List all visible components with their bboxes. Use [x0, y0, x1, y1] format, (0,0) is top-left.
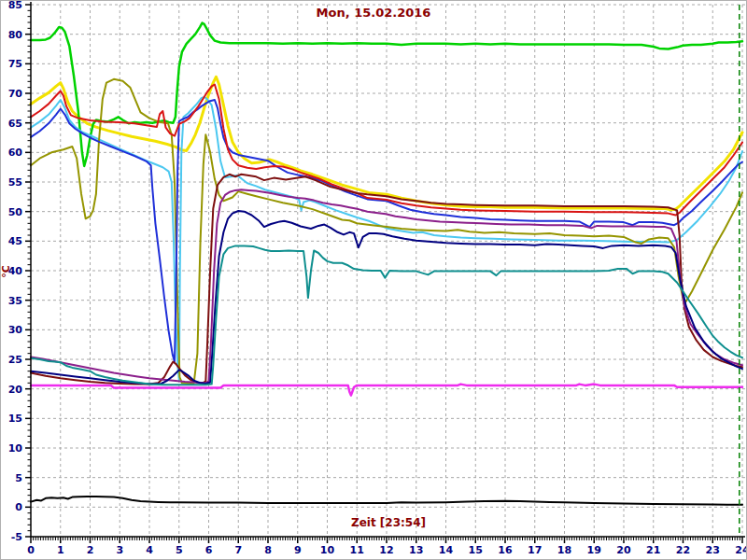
y-tick-label: 5: [15, 472, 22, 484]
x-tick-label: 24: [735, 544, 747, 556]
x-tick-label: 21: [646, 544, 660, 556]
x-tick-label: 10: [320, 544, 335, 556]
y-tick-label: 35: [8, 295, 22, 307]
y-tick-label: 85: [8, 0, 22, 11]
y-tick-label: 75: [8, 58, 22, 70]
x-tick-label: 23: [706, 544, 720, 556]
y-tick-label: 10: [8, 442, 23, 455]
x-tick-label: 7: [234, 544, 242, 556]
y-tick-label: 45: [8, 235, 22, 247]
y-tick-label: 60: [8, 147, 23, 159]
x-tick-label: 5: [176, 544, 183, 556]
x-tick-label: 17: [528, 544, 542, 556]
y-tick-label: 30: [8, 324, 23, 336]
x-tick-label: 9: [294, 544, 302, 556]
x-tick-label: 6: [205, 544, 213, 556]
temperature-chart[interactable]: -505101520253035404550556065707580850123…: [0, 0, 747, 560]
chart-background: [0, 0, 747, 560]
y-tick-label: 65: [8, 118, 22, 130]
x-tick-label: 14: [439, 544, 454, 556]
x-tick-label: 1: [57, 544, 64, 556]
x-tick-label: 15: [469, 544, 483, 556]
x-tick-label: 20: [616, 544, 631, 556]
y-tick-label: 0: [15, 501, 22, 513]
x-tick-label: 3: [116, 544, 123, 556]
x-tick-label: 12: [379, 544, 393, 556]
y-tick-label: 15: [8, 413, 22, 425]
x-tick-label: 4: [146, 544, 153, 556]
y-tick-label: 80: [8, 29, 23, 41]
temperature-chart-panel: -505101520253035404550556065707580850123…: [0, 0, 747, 560]
y-tick-label: 70: [8, 88, 23, 100]
x-tick-label: 0: [27, 544, 35, 556]
x-tick-label: 18: [557, 544, 571, 556]
x-tick-label: 16: [498, 544, 513, 556]
x-axis-label: Zeit [23:54]: [351, 516, 426, 529]
y-tick-label: 50: [8, 206, 23, 218]
x-tick-label: 2: [87, 544, 94, 556]
x-tick-label: 11: [350, 544, 364, 556]
x-tick-label: 19: [587, 544, 601, 556]
y-axis-label: °C: [0, 265, 12, 278]
y-tick-label: -5: [11, 531, 22, 543]
x-tick-label: 22: [676, 544, 690, 556]
y-tick-label: 25: [8, 354, 22, 366]
x-tick-label: 8: [264, 544, 272, 556]
y-tick-label: 20: [8, 384, 23, 396]
y-tick-label: 55: [8, 176, 22, 189]
x-tick-label: 13: [409, 544, 423, 556]
chart-title: Mon, 15.02.2016: [317, 6, 431, 20]
